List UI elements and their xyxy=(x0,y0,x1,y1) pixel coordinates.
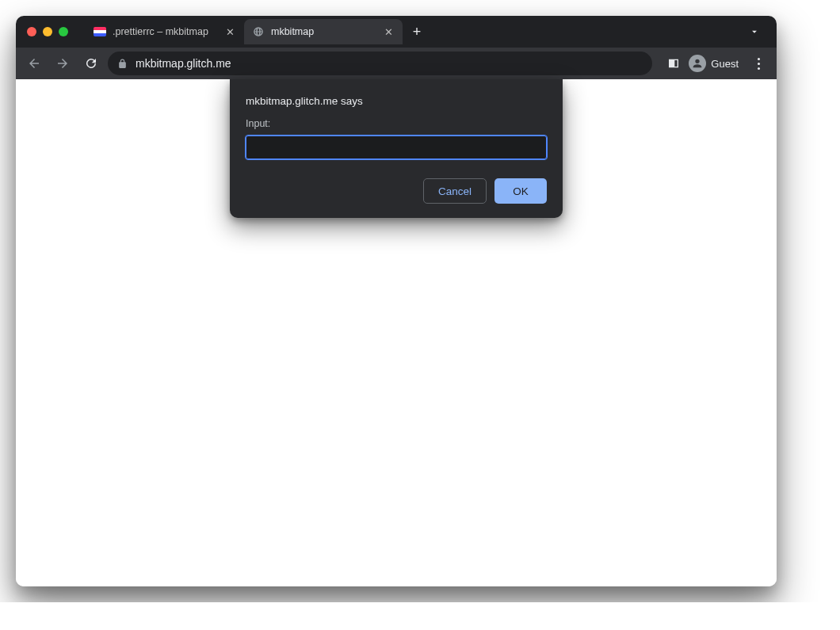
tab-title: mkbitmap xyxy=(271,26,376,37)
ok-button[interactable]: OK xyxy=(494,178,547,204)
titlebar: .prettierrc – mkbitmap ✕ mkbitmap ✕ + xyxy=(16,16,777,48)
avatar-icon xyxy=(689,55,706,72)
tab-mkbitmap[interactable]: mkbitmap ✕ xyxy=(244,19,403,44)
tab-overflow-button[interactable] xyxy=(743,21,766,43)
dialog-title: mkbitmap.glitch.me says xyxy=(246,95,547,107)
minimize-window-button[interactable] xyxy=(43,27,52,36)
address-bar[interactable]: mkbitmap.glitch.me xyxy=(108,52,652,75)
js-prompt-dialog: mkbitmap.glitch.me says Input: Cancel OK xyxy=(230,79,563,218)
profile-chip[interactable]: Guest xyxy=(689,55,743,72)
tab-strip: .prettierrc – mkbitmap ✕ mkbitmap ✕ + xyxy=(76,16,769,48)
toolbar-right: Guest xyxy=(657,52,770,75)
cancel-button[interactable]: Cancel xyxy=(423,178,487,204)
profile-label: Guest xyxy=(711,58,739,70)
tab-title: .prettierrc – mkbitmap xyxy=(113,26,217,37)
tab-prettierrc[interactable]: .prettierrc – mkbitmap ✕ xyxy=(86,19,244,44)
back-button[interactable] xyxy=(22,52,46,75)
maximize-window-button[interactable] xyxy=(59,27,68,36)
globe-favicon-icon xyxy=(252,25,265,38)
side-panel-button[interactable] xyxy=(662,52,685,75)
new-tab-button[interactable]: + xyxy=(406,21,428,43)
glitch-favicon-icon xyxy=(94,27,106,36)
reload-button[interactable] xyxy=(79,52,103,75)
forward-button[interactable] xyxy=(51,52,74,75)
window-controls xyxy=(24,27,76,36)
dialog-label: Input: xyxy=(246,118,547,129)
lock-icon xyxy=(117,59,128,69)
page-content: mkbitmap.glitch.me says Input: Cancel OK xyxy=(16,79,777,586)
kebab-icon xyxy=(758,58,760,70)
close-tab-icon[interactable]: ✕ xyxy=(382,26,395,38)
menu-button[interactable] xyxy=(746,52,770,75)
dialog-input[interactable] xyxy=(246,136,547,159)
close-tab-icon[interactable]: ✕ xyxy=(223,26,236,38)
close-window-button[interactable] xyxy=(27,27,36,36)
browser-window: .prettierrc – mkbitmap ✕ mkbitmap ✕ + xyxy=(16,16,777,586)
url-text: mkbitmap.glitch.me xyxy=(136,57,231,70)
navigation-toolbar: mkbitmap.glitch.me Guest xyxy=(16,48,777,79)
dialog-actions: Cancel OK xyxy=(246,178,547,204)
